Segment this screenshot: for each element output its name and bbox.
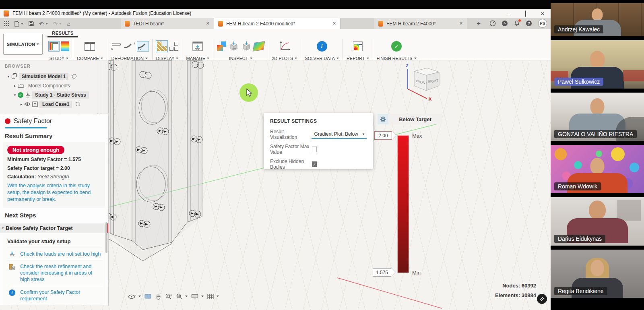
participant-tile[interactable]: Paweł Sułkowicz: [551, 40, 644, 89]
tree-item-load-case[interactable]: ▸ Load Case1: [0, 99, 108, 109]
calculation-label: Calculation:: [7, 174, 36, 180]
close-tab-icon[interactable]: ✕: [197, 21, 210, 26]
chevron-right-icon[interactable]: ▸: [12, 84, 18, 88]
maximize-button[interactable]: [522, 11, 529, 17]
fusion-doc-icon: [218, 21, 223, 27]
help-icon[interactable]: ?: [525, 19, 533, 27]
browser-header: BROWSER: [5, 64, 108, 68]
participant-tile[interactable]: Roman Wdowik: [551, 145, 644, 193]
participant-tile[interactable]: Andrzej Kawalec: [551, 3, 644, 36]
result-type-header[interactable]: Safety Factor: [0, 114, 108, 127]
suggestion-item[interactable]: If the Displacement result shows high di…: [7, 305, 103, 305]
exclude-hidden-checkbox[interactable]: ✓: [312, 161, 317, 167]
caret-down-icon: [145, 58, 148, 59]
elements-count: Elements: 30884: [495, 291, 536, 300]
inspect-point-xyz-icon[interactable]: xyz: [229, 41, 239, 52]
tree-item-simulation-model[interactable]: ▾ Simulation Model 1: [0, 72, 108, 81]
below-target-expander[interactable]: ▾ Below Safety Factor Target: [0, 223, 108, 233]
panel-scrollbar[interactable]: [105, 222, 107, 253]
max-value-checkbox[interactable]: [312, 147, 317, 152]
tree-item-label[interactable]: Simulation Model 1: [19, 73, 68, 80]
inspect-result-compare-icon[interactable]: [217, 41, 227, 51]
next-steps-heading: Next Steps: [5, 212, 108, 219]
close-window-button[interactable]: ✕: [539, 11, 546, 17]
tab-tedi-h-beam[interactable]: TEDI H beam* ✕: [121, 18, 214, 29]
notifications-bell-icon[interactable]: [513, 19, 521, 27]
user-avatar[interactable]: PS: [538, 19, 547, 28]
redo-button[interactable]: ↷: [53, 21, 62, 27]
tab-fem-h-beam-modified[interactable]: FEM H beam 2 F4000 modified* ✕: [214, 18, 341, 29]
svg-text:?: ?: [528, 21, 530, 26]
view-cube[interactable]: Z FRONT RIGHT X: [400, 62, 445, 103]
legend-max-value[interactable]: 2.00: [374, 131, 392, 140]
fit-tool[interactable]: [176, 293, 188, 300]
participant-tile[interactable]: Darius Eidukynas: [551, 197, 644, 246]
tree-item-label[interactable]: Model Components: [25, 82, 73, 89]
file-menu-icon[interactable]: [14, 21, 23, 27]
legend-min-handle[interactable]: 1.575: [373, 268, 395, 277]
display-settings-tool[interactable]: [191, 293, 204, 300]
grid-settings-tool[interactable]: [207, 293, 219, 300]
chevron-down-icon[interactable]: ▾: [6, 74, 11, 79]
undo-button[interactable]: ↶: [39, 21, 48, 27]
tree-item-label[interactable]: Load Case1: [39, 101, 72, 108]
tree-item-label[interactable]: Study 1 - Static Stress: [32, 91, 89, 99]
minimize-button[interactable]: –: [506, 11, 512, 17]
legend-max-handle[interactable]: 2.00: [374, 131, 396, 140]
inspect-slice-plane-icon[interactable]: [253, 41, 265, 51]
app-grid-menu-icon[interactable]: [4, 21, 9, 26]
look-at-tool[interactable]: [144, 293, 151, 299]
study-legend-icon[interactable]: [61, 41, 69, 51]
suggestion-item[interactable]: Check the mesh refinement and consider i…: [7, 260, 103, 286]
pan-tool[interactable]: [155, 293, 161, 300]
display-wireframe-icon[interactable]: [169, 42, 178, 51]
close-tab-icon[interactable]: ✕: [450, 21, 463, 26]
participant-tile[interactable]: Regita Bendikienė: [551, 250, 644, 298]
workspace-selector[interactable]: SIMULATION: [3, 34, 43, 55]
inspect-probe-icon[interactable]: [241, 41, 252, 52]
new-tab-button[interactable]: +: [474, 19, 483, 28]
suggestion-item[interactable]: i Confirm your Safety Factor requirement: [7, 286, 103, 305]
display-mesh-icon[interactable]: [156, 41, 167, 52]
tree-item-study[interactable]: ▾ ✓ Study 1 - Static Stress: [0, 90, 108, 99]
clock-icon[interactable]: [501, 19, 509, 27]
zoom-tool[interactable]: [165, 293, 172, 300]
deformation-scale-1x-icon[interactable]: 1X: [137, 41, 149, 51]
visibility-ring-icon[interactable]: [76, 102, 80, 106]
h-beam-model[interactable]: [98, 60, 204, 261]
chevron-right-icon[interactable]: ▸: [19, 102, 24, 106]
dropdown-value: Gradient Plot: Below: [314, 131, 358, 137]
legend-settings-button[interactable]: [378, 114, 388, 124]
report-icon[interactable]: [353, 41, 363, 51]
study-results-icon[interactable]: [49, 41, 59, 51]
orbit-tool[interactable]: [128, 293, 141, 300]
chevron-down-icon[interactable]: ▾: [12, 93, 18, 97]
finish-results-check-icon[interactable]: ✓: [391, 41, 402, 52]
tab-fem-h-beam[interactable]: FEM H beam 2 F4000* ✕: [374, 18, 467, 29]
close-tab-icon[interactable]: ✕: [324, 21, 336, 26]
deformation-actual-icon[interactable]: I: [124, 41, 135, 51]
loads-icon: [8, 251, 16, 257]
solver-data-info-icon[interactable]: i: [317, 41, 327, 52]
job-status-icon[interactable]: [489, 19, 497, 27]
compare-icon[interactable]: [85, 42, 95, 51]
eye-icon[interactable]: [24, 102, 31, 106]
tree-item-model-components[interactable]: ▸ Model Components: [0, 81, 108, 90]
home-view-icon[interactable]: ⌂: [67, 21, 70, 27]
suggestion-item[interactable]: Check the loads are not set too high: [7, 248, 103, 260]
visualization-dropdown[interactable]: Gradient Plot: Below ▾: [312, 130, 367, 139]
save-icon[interactable]: [29, 21, 34, 26]
visibility-ring-icon[interactable]: [72, 74, 76, 79]
2d-plot-icon[interactable]: [279, 41, 290, 52]
legend-min-value[interactable]: 1.575: [373, 268, 391, 277]
legend-min-label: Min: [412, 270, 421, 276]
deformation-undeformed-icon[interactable]: 0: [111, 41, 122, 51]
suggestion-text[interactable]: Confirm your Safety Factor requirement: [20, 289, 102, 302]
suggestion-text[interactable]: Check the mesh refinement and consider i…: [20, 263, 102, 283]
legend-color-bar[interactable]: [398, 136, 409, 273]
participant-tile[interactable]: GONZALO VALIÑO RIESTRA: [551, 93, 644, 141]
quick-access-toolbar: ↶ ↷ ⌂: [4, 18, 70, 29]
suggestion-text[interactable]: Check the loads are not set too high: [20, 251, 101, 257]
manage-loads-icon[interactable]: [192, 41, 203, 51]
window-title: FEM H beam 2 F4000 modified* (My center)…: [12, 10, 191, 16]
